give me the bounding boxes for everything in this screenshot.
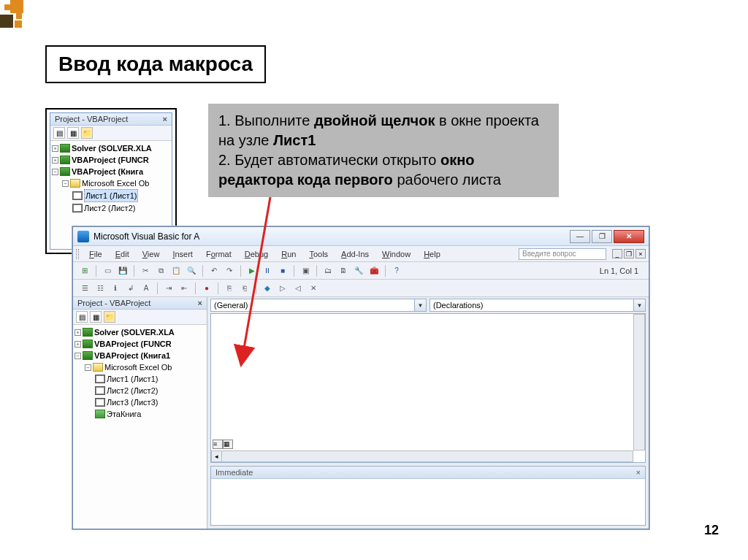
- menu-help[interactable]: Help: [418, 248, 446, 260]
- insert-module-icon[interactable]: ▭: [101, 264, 114, 277]
- minimize-button[interactable]: —: [570, 230, 590, 243]
- project-panel-title: Project - VBAProject ×: [73, 297, 207, 310]
- tree-node[interactable]: VBAProject (Книга: [72, 166, 143, 177]
- worksheet-icon: [72, 204, 83, 212]
- tree-node[interactable]: ЭтаКнига: [107, 408, 141, 420]
- properties-icon[interactable]: 🗎: [337, 264, 350, 277]
- prev-bookmark-icon[interactable]: ◁: [291, 282, 305, 295]
- project-panel-title: Project - VBAProject ×: [50, 113, 172, 126]
- collapse-icon[interactable]: −: [75, 353, 81, 359]
- menu-window[interactable]: Window: [376, 248, 416, 260]
- comment-icon[interactable]: ⎘: [223, 282, 236, 295]
- tree-node[interactable]: Лист2 (Лист2): [107, 385, 158, 396]
- collapse-icon[interactable]: −: [85, 364, 91, 371]
- object-browser-icon[interactable]: 🔧: [352, 264, 365, 277]
- help-search-input[interactable]: Введите вопрос: [519, 248, 606, 260]
- list-properties-icon[interactable]: ☰: [78, 282, 91, 295]
- toolbox-icon[interactable]: 🧰: [367, 264, 381, 277]
- expand-icon[interactable]: +: [75, 329, 81, 336]
- indent-icon[interactable]: ⇥: [162, 282, 175, 295]
- view-object-icon[interactable]: ▦: [67, 127, 79, 139]
- complete-word-icon[interactable]: A: [140, 282, 153, 295]
- code-editor[interactable]: ◂ ≡ ▦: [210, 313, 646, 463]
- breakpoint-icon[interactable]: ●: [200, 282, 213, 295]
- tree-node[interactable]: Microsoft Excel Ob: [82, 177, 149, 189]
- reset-icon[interactable]: ■: [276, 264, 289, 277]
- view-excel-icon[interactable]: ⊞: [78, 264, 91, 277]
- project-explorer-icon[interactable]: 🗂: [321, 264, 335, 277]
- procedure-view-button[interactable]: ≡: [213, 440, 223, 449]
- menu-format[interactable]: Format: [200, 248, 237, 260]
- copy-icon[interactable]: ⧉: [154, 264, 167, 277]
- expand-icon[interactable]: +: [75, 341, 81, 348]
- menu-tools[interactable]: Tools: [303, 248, 334, 260]
- menu-addins[interactable]: Add-Ins: [335, 248, 375, 260]
- help-icon[interactable]: ?: [390, 264, 403, 277]
- tree-node[interactable]: Solver (SOLVER.XLA: [94, 326, 175, 338]
- outdent-icon[interactable]: ⇤: [178, 282, 191, 295]
- param-info-icon[interactable]: ↲: [124, 282, 137, 295]
- tree-node-sheet1[interactable]: Лист1 (Лист1): [84, 189, 138, 202]
- tree-node[interactable]: Microsoft Excel Ob: [104, 361, 172, 373]
- undo-icon[interactable]: ↶: [207, 264, 221, 277]
- tree-node[interactable]: VBAProject (Книга1: [94, 350, 170, 361]
- view-object-icon[interactable]: ▦: [90, 311, 102, 323]
- view-code-icon[interactable]: ▤: [53, 127, 65, 139]
- maximize-button[interactable]: ❐: [592, 230, 612, 243]
- uncomment-icon[interactable]: ⎗: [238, 282, 251, 295]
- paste-icon[interactable]: 📋: [169, 264, 183, 277]
- immediate-input[interactable]: [211, 479, 645, 525]
- collapse-icon[interactable]: −: [52, 169, 58, 175]
- list-constants-icon[interactable]: ☷: [94, 282, 107, 295]
- workbook-icon: [95, 410, 105, 418]
- close-icon[interactable]: ×: [163, 115, 167, 123]
- toolbar-grip[interactable]: [76, 249, 79, 259]
- close-icon[interactable]: ×: [636, 468, 641, 477]
- next-bookmark-icon[interactable]: ▷: [276, 282, 289, 295]
- worksheet-icon: [95, 375, 105, 383]
- edit-toolbar: ☰ ☷ ℹ ↲ A ⇥ ⇤ ● ⎘ ⎗ ◆ ▷ ◁ ✕: [73, 280, 649, 297]
- project-toolbar: ▤ ▦ 📁: [50, 126, 172, 141]
- cut-icon[interactable]: ✂: [139, 264, 152, 277]
- window-titlebar[interactable]: Microsoft Visual Basic for A — ❐ ✕: [73, 227, 649, 246]
- full-module-view-button[interactable]: ▦: [223, 440, 233, 449]
- break-icon[interactable]: ⏸: [261, 264, 274, 277]
- menu-edit[interactable]: Edit: [110, 248, 135, 260]
- folder-toggle-icon[interactable]: 📁: [104, 311, 115, 323]
- tree-node[interactable]: Лист2 (Лист2): [84, 202, 135, 214]
- tree-node[interactable]: VBAProject (FUNCR: [94, 338, 172, 350]
- menu-insert[interactable]: Insert: [167, 248, 199, 260]
- bookmark-icon[interactable]: ◆: [261, 282, 274, 295]
- collapse-icon[interactable]: −: [62, 180, 69, 187]
- menu-run[interactable]: Run: [275, 248, 302, 260]
- vertical-scrollbar[interactable]: [633, 314, 645, 450]
- mdi-minimize-button[interactable]: _: [612, 249, 622, 258]
- save-icon[interactable]: 💾: [116, 264, 129, 277]
- run-icon[interactable]: ▶: [245, 264, 259, 277]
- menu-file[interactable]: File: [83, 248, 108, 260]
- menu-debug[interactable]: Debug: [239, 248, 274, 260]
- mdi-close-button[interactable]: ×: [636, 249, 646, 258]
- folder-toggle-icon[interactable]: 📁: [81, 127, 93, 139]
- tree-node[interactable]: Лист3 (Лист3): [107, 396, 158, 408]
- tree-node[interactable]: Solver (SOLVER.XLA: [72, 142, 152, 154]
- expand-icon[interactable]: +: [52, 145, 58, 152]
- close-button[interactable]: ✕: [614, 230, 644, 243]
- tree-node[interactable]: VBAProject (FUNCR: [72, 154, 149, 166]
- quick-info-icon[interactable]: ℹ: [109, 282, 122, 295]
- clear-bookmarks-icon[interactable]: ✕: [307, 282, 320, 295]
- close-icon[interactable]: ×: [198, 299, 202, 307]
- horizontal-scrollbar[interactable]: ◂: [211, 450, 633, 462]
- menu-view[interactable]: View: [137, 248, 166, 260]
- redo-icon[interactable]: ↷: [223, 264, 236, 277]
- find-icon[interactable]: 🔍: [185, 264, 198, 277]
- mdi-restore-button[interactable]: ❐: [624, 249, 634, 258]
- instruction-callout: 1. Выполните двойной щелчок в окне проек…: [208, 104, 559, 197]
- design-mode-icon[interactable]: ▣: [299, 264, 312, 277]
- view-code-icon[interactable]: ▤: [76, 311, 88, 323]
- procedure-dropdown[interactable]: (Declarations) ▼: [430, 299, 646, 312]
- tree-node-sheet1[interactable]: Лист1 (Лист1): [107, 373, 158, 385]
- object-dropdown[interactable]: (General) ▼: [210, 299, 427, 312]
- project-tree: +Solver (SOLVER.XLA +VBAProject (FUNCR −…: [73, 325, 207, 421]
- expand-icon[interactable]: +: [52, 157, 58, 164]
